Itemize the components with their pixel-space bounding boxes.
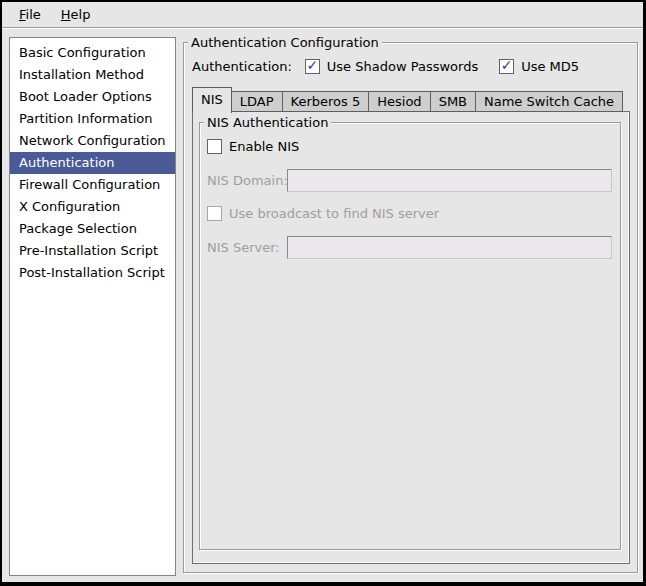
- checkmark-icon: ✓: [501, 58, 513, 72]
- nis-domain-row: NIS Domain:: [207, 168, 612, 192]
- sidebar-item-basic-configuration[interactable]: Basic Configuration: [10, 42, 175, 64]
- menubar: File Help: [2, 2, 643, 28]
- tab-ldap[interactable]: LDAP: [231, 91, 283, 112]
- sidebar-item-package-selection[interactable]: Package Selection: [10, 218, 175, 240]
- nis-server-label: NIS Server:: [207, 240, 287, 255]
- frame-title: Authentication Configuration: [188, 34, 382, 51]
- tab-nis[interactable]: NIS: [192, 87, 232, 113]
- enable-nis-label: Enable NIS: [229, 139, 299, 154]
- authentication-options-row: Authentication: ✓ Use Shadow Passwords ✓…: [192, 57, 579, 75]
- sidebar-item-pre-installation-script[interactable]: Pre-Installation Script: [10, 240, 175, 262]
- sidebar-item-x-configuration[interactable]: X Configuration: [10, 196, 175, 218]
- nis-domain-input: [287, 169, 612, 192]
- tab-hesiod[interactable]: Hesiod: [368, 91, 430, 112]
- checkbox-box[interactable]: ✓: [305, 59, 320, 74]
- nis-server-input: [287, 236, 612, 259]
- use-md5-label: Use MD5: [521, 59, 579, 74]
- menu-help[interactable]: Help: [51, 4, 101, 26]
- use-md5-checkbox[interactable]: ✓ Use MD5: [499, 59, 579, 74]
- tab-name-switch-cache[interactable]: Name Switch Cache: [475, 91, 623, 112]
- use-shadow-passwords-label: Use Shadow Passwords: [327, 59, 478, 74]
- use-broadcast-checkbox: Use broadcast to find NIS server: [207, 205, 612, 221]
- authentication-configuration-frame: Authentication Configuration Authenticat…: [183, 42, 638, 573]
- authentication-label: Authentication:: [192, 59, 292, 74]
- section-list: Basic Configuration Installation Method …: [9, 37, 176, 576]
- tab-kerberos5[interactable]: Kerberos 5: [282, 91, 370, 112]
- checkbox-box: [207, 206, 222, 221]
- kickstart-configurator-window: File Help Basic Configuration Installati…: [2, 2, 643, 582]
- sidebar-item-authentication[interactable]: Authentication: [10, 152, 175, 174]
- nis-server-row: NIS Server:: [207, 235, 612, 259]
- sidebar-item-boot-loader-options[interactable]: Boot Loader Options: [10, 86, 175, 108]
- sidebar-item-firewall-configuration[interactable]: Firewall Configuration: [10, 174, 175, 196]
- use-broadcast-label: Use broadcast to find NIS server: [229, 206, 439, 221]
- tab-smb[interactable]: SMB: [430, 91, 476, 112]
- sidebar-item-network-configuration[interactable]: Network Configuration: [10, 130, 175, 152]
- checkbox-box[interactable]: ✓: [499, 59, 514, 74]
- nis-tab-panel: NIS Authentication Enable NIS NIS Domain…: [192, 111, 630, 564]
- menu-file[interactable]: File: [9, 4, 51, 26]
- use-shadow-passwords-checkbox[interactable]: ✓ Use Shadow Passwords: [305, 59, 478, 74]
- sidebar-item-installation-method[interactable]: Installation Method: [10, 64, 175, 86]
- checkmark-icon: ✓: [306, 58, 318, 72]
- checkbox-box[interactable]: [207, 139, 222, 154]
- nis-frame-title: NIS Authentication: [204, 114, 331, 131]
- sidebar-item-partition-information[interactable]: Partition Information: [10, 108, 175, 130]
- nis-form: Enable NIS NIS Domain: Use broadcast to …: [200, 123, 620, 259]
- sidebar-item-post-installation-script[interactable]: Post-Installation Script: [10, 262, 175, 284]
- enable-nis-checkbox[interactable]: Enable NIS: [207, 138, 612, 154]
- auth-tabs: NIS LDAP Kerberos 5 Hesiod SMB Name Swit…: [192, 86, 622, 112]
- nis-domain-label: NIS Domain:: [207, 173, 287, 188]
- nis-authentication-frame: NIS Authentication Enable NIS NIS Domain…: [199, 122, 621, 550]
